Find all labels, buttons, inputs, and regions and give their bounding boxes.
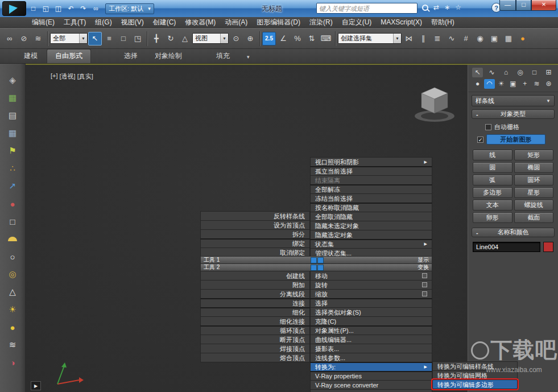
quad-item-freeze-selection[interactable]: 冻结当前选择 — [310, 193, 432, 203]
quad-item-convert-to-editable-spline[interactable]: 转换为可编辑样条线 — [432, 361, 518, 371]
waves-icon[interactable]: ≋ — [5, 337, 20, 352]
quad-item-convert-to-editable-poly[interactable]: 转换为可编辑多边形 — [432, 379, 518, 389]
flag-icon[interactable]: ⚑ — [5, 143, 20, 158]
undo-icon[interactable]: ↶ — [65, 3, 76, 14]
create-tab-icon[interactable]: ↖ — [472, 68, 483, 77]
favorites-star-icon[interactable]: ☆ — [455, 3, 461, 11]
sun-icon[interactable]: ☀ — [5, 302, 20, 317]
render-setup-icon[interactable]: ▣ — [487, 32, 501, 46]
select-and-manipulate-icon[interactable]: ⊕ — [243, 32, 257, 46]
tab-selection[interactable]: 选择 — [116, 49, 146, 63]
align-icon[interactable]: ∥ — [416, 32, 430, 46]
ball-icon[interactable]: ◑ — [5, 355, 20, 370]
grid-icon[interactable]: ▦ — [5, 126, 20, 141]
shape-button-star[interactable]: 星形 — [514, 187, 554, 198]
viewport-menu-general[interactable]: [+] — [51, 72, 58, 81]
quad-item-scale[interactable]: 缩放 — [310, 289, 432, 299]
name-color-rollout[interactable]: - 名称和颜色 — [472, 228, 555, 237]
viewcube-icon[interactable] — [408, 84, 461, 124]
select-object-icon[interactable]: ↖ — [88, 32, 102, 46]
quad-item-unfreeze-all[interactable]: 全部解冻 — [310, 184, 432, 194]
quad-item-state-sets[interactable]: 状态集▶ — [310, 239, 432, 249]
shape-category-dropdown[interactable]: 样条线 ▼ — [472, 95, 555, 106]
quad-item-unhide-all[interactable]: 全部取消隐藏 — [310, 212, 432, 221]
autogrid-checkbox[interactable] — [485, 124, 491, 130]
quad-item-bind[interactable]: 绑定 — [200, 238, 310, 248]
ring-icon[interactable]: ○ — [5, 249, 20, 264]
tab-object-paint[interactable]: 对象绘制 — [147, 49, 190, 63]
mirror-icon[interactable]: ⋈ — [402, 32, 416, 46]
quad-item-viewport-lighting[interactable]: 视口照明和阴影▶ — [310, 157, 432, 167]
exchange-icon[interactable]: ⇄ — [433, 3, 439, 11]
quad-item-vray-mesh-export[interactable]: V-Ray mesh export — [310, 389, 432, 392]
search-input[interactable] — [319, 5, 415, 12]
minimize-button[interactable]: — — [499, 0, 516, 11]
bind-to-space-warp-icon[interactable]: ≋ — [31, 32, 45, 46]
maximize-button[interactable]: □ — [516, 0, 531, 11]
quad-item-object-properties[interactable]: 对象属性(P)... — [310, 325, 432, 335]
quad-item-move[interactable]: 移动 — [310, 271, 432, 280]
select-and-scale-icon[interactable]: △ — [178, 32, 192, 46]
quad-item-reverse-spline[interactable]: 反转样条线 — [200, 211, 310, 221]
new-scene-icon[interactable]: □ — [28, 3, 39, 14]
material-editor-icon[interactable]: ◉ — [473, 32, 487, 46]
menu-tools[interactable]: 工具(T) — [59, 17, 90, 28]
shape-button-ngon[interactable]: 多边形 — [473, 187, 512, 198]
select-by-name-icon[interactable]: ≡ — [102, 32, 116, 46]
lights-category-icon[interactable]: ☀ — [496, 79, 507, 89]
menu-graph-editors[interactable]: 图形编辑器(D) — [252, 17, 305, 28]
quad-indicator-icon[interactable] — [311, 257, 317, 263]
selection-filter-dropdown[interactable]: 全部 ▼ — [50, 33, 88, 44]
quad-item-hide-unselected[interactable]: 隐藏未选定对象 — [310, 221, 432, 230]
start-new-shape-button[interactable]: 开始新图形 — [486, 134, 545, 145]
search-icon[interactable] — [422, 5, 428, 11]
hierarchy-tab-icon[interactable]: ⌂ — [501, 68, 511, 77]
curve-editor-icon[interactable]: ∿ — [445, 32, 458, 46]
communication-icon[interactable]: ∗ — [444, 3, 450, 11]
named-selection-set-dropdown[interactable]: 创建选择集 ▼ — [338, 33, 402, 44]
percent-snap-icon[interactable]: % — [291, 32, 304, 46]
shapes-category-icon[interactable]: ◠ — [484, 79, 495, 89]
window-crossing-icon[interactable]: ◳ — [131, 32, 144, 46]
scatter-icon[interactable]: ∴ — [5, 161, 20, 176]
shape-button-arc[interactable]: 弧 — [473, 175, 512, 185]
move-settings-icon[interactable] — [422, 273, 427, 278]
link-icon[interactable]: ∞ — [90, 3, 101, 14]
shape-button-egg[interactable]: 卵形 — [473, 212, 512, 223]
menu-maxscript[interactable]: MAXScript(X) — [376, 17, 427, 28]
select-and-rotate-icon[interactable]: ↻ — [164, 32, 177, 46]
open-file-icon[interactable]: ◱ — [40, 3, 51, 14]
layer-manager-icon[interactable]: ≣ — [431, 32, 444, 46]
shape-button-text[interactable]: 文本 — [473, 200, 512, 211]
terrain-icon[interactable]: ▦ — [5, 90, 20, 105]
tab-populate[interactable]: 填充 — [208, 49, 238, 63]
geometry-category-icon[interactable]: ● — [472, 79, 483, 89]
quad-item-refine[interactable]: 细化 — [200, 307, 310, 317]
viewport-menu-shading[interactable]: [真实] — [77, 72, 93, 81]
quad-item-convert-to[interactable]: 转换为:▶ — [310, 362, 432, 372]
quad-title-bar-bottom[interactable]: 工具 2 变换 — [200, 263, 432, 271]
quad-item-vray-scene-converter[interactable]: V-Ray scene converter — [310, 380, 432, 390]
menu-modifiers[interactable]: 修改器(M) — [180, 17, 220, 28]
angle-snap-icon[interactable]: ∠ — [276, 32, 290, 46]
select-and-link-icon[interactable]: ∞ — [3, 32, 16, 46]
quad-item-dope-sheet[interactable]: 摄影表... — [310, 344, 432, 353]
quad-item-convert-to-editable-mesh[interactable]: 转换为可编辑网格 — [432, 370, 518, 380]
motion-tab-icon[interactable]: ◎ — [515, 68, 526, 77]
object-type-rollout[interactable]: - 对象类型 — [472, 109, 555, 119]
menu-customize[interactable]: 自定义(U) — [337, 17, 377, 28]
quad-item-select[interactable]: 选择 — [310, 298, 432, 308]
menu-help[interactable]: 帮助(H) — [427, 17, 459, 28]
object-color-swatch[interactable] — [543, 242, 553, 252]
render-production-icon[interactable]: ● — [516, 32, 530, 46]
redo-icon[interactable]: ↷ — [78, 3, 89, 14]
polydraw-hand-icon[interactable]: ◈ — [5, 73, 20, 88]
ribbon-collapse-icon[interactable]: ▾ — [247, 54, 250, 60]
spinner-snap-icon[interactable]: ⇅ — [305, 32, 319, 46]
quad-item-break-vertices[interactable]: 断开顶点 — [200, 335, 310, 344]
menu-edit[interactable]: 编辑(E) — [27, 17, 59, 28]
close-button[interactable]: × — [531, 0, 556, 11]
wheel-icon[interactable]: ◎ — [5, 267, 20, 282]
shape-button-ellipse[interactable]: 椭圆 — [514, 162, 554, 173]
save-file-icon[interactable]: ◫ — [53, 3, 64, 14]
